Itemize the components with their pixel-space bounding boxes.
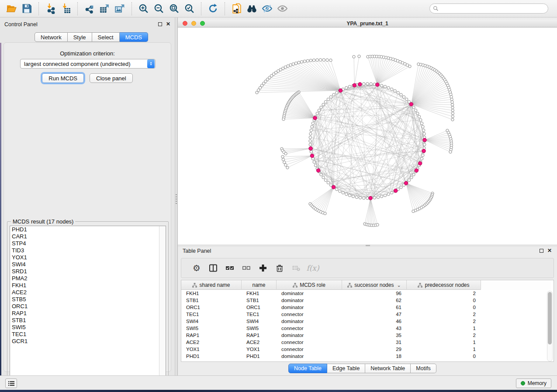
fan-edge[interactable] — [377, 62, 400, 85]
mcds-hub-node[interactable] — [409, 103, 413, 107]
deselect-all-button[interactable] — [238, 261, 255, 275]
table-cell[interactable]: 31 — [342, 339, 407, 346]
network-node[interactable] — [322, 103, 325, 106]
mcds-result-item[interactable]: ORC1 — [10, 303, 166, 310]
fan-edge[interactable] — [406, 183, 423, 207]
network-node[interactable] — [355, 196, 358, 199]
network-node[interactable] — [320, 173, 322, 176]
fan-edge[interactable] — [377, 63, 403, 85]
table-cell[interactable]: SWI5 — [242, 325, 277, 332]
fan-edge[interactable] — [288, 103, 315, 118]
network-node[interactable] — [339, 190, 341, 193]
fan-edge[interactable] — [406, 183, 429, 201]
float-panel-icon[interactable] — [540, 249, 543, 253]
table-cell[interactable]: 18 — [342, 353, 407, 360]
network-node[interactable] — [420, 157, 423, 160]
fan-edge[interactable] — [297, 94, 315, 118]
table-cell[interactable]: dominator — [277, 318, 342, 325]
network-node[interactable] — [327, 181, 329, 184]
mcds-list-scrollbar[interactable] — [159, 226, 166, 380]
network-node[interactable] — [384, 194, 386, 196]
table-cell[interactable]: YOX1 — [242, 346, 277, 353]
network-node[interactable] — [408, 179, 410, 182]
leaf-node[interactable] — [451, 112, 454, 115]
leaf-node[interactable] — [256, 91, 258, 94]
table-cell[interactable]: FKH1 — [181, 290, 242, 297]
mcds-result-item[interactable]: SWI4 — [10, 261, 166, 268]
network-node[interactable] — [387, 86, 390, 89]
network-node[interactable] — [384, 85, 386, 88]
leaf-node[interactable] — [324, 212, 326, 215]
table-cell[interactable]: ORC1 — [181, 304, 242, 311]
leaf-node[interactable] — [282, 158, 284, 161]
table-cell[interactable]: 29 — [342, 346, 407, 353]
table-cell[interactable]: connector — [277, 339, 342, 346]
mcds-result-item[interactable]: TID3 — [10, 247, 166, 254]
table-cell[interactable]: PHD1 — [242, 353, 277, 360]
table-cell[interactable]: 46 — [342, 318, 407, 325]
network-node[interactable] — [422, 129, 425, 131]
network-node[interactable] — [380, 84, 383, 87]
table-cell[interactable]: RAP1 — [242, 332, 277, 339]
fan-edge[interactable] — [406, 183, 426, 205]
network-node[interactable] — [418, 115, 420, 118]
network-node[interactable] — [363, 197, 365, 199]
leaf-node[interactable] — [450, 98, 453, 101]
column-header-shared-name[interactable]: shared name — [181, 280, 242, 290]
column-header-name[interactable]: name — [242, 280, 277, 290]
network-edge[interactable] — [317, 113, 424, 152]
fan-edge[interactable] — [314, 187, 334, 208]
leaf-node[interactable] — [300, 61, 303, 63]
table-cell[interactable]: ORC1 — [242, 304, 277, 311]
control-tab-select[interactable]: Select — [92, 32, 120, 42]
mcds-hub-node[interactable] — [316, 168, 320, 172]
leaf-node[interactable] — [451, 101, 453, 103]
network-window-titlebar[interactable]: YPA_prune.txt_1 — [178, 20, 557, 28]
table-cell[interactable]: STB1 — [181, 297, 242, 304]
leaf-node[interactable] — [312, 59, 315, 62]
zoom-out-button[interactable] — [151, 2, 166, 16]
fan-edge[interactable] — [377, 59, 393, 85]
network-node[interactable] — [348, 85, 351, 88]
fan-edge[interactable] — [406, 183, 432, 195]
leaf-node[interactable] — [284, 152, 287, 155]
table-cell[interactable]: 61 — [342, 304, 407, 311]
table-tab-node-table[interactable]: Node Table — [288, 364, 327, 373]
save-session-button[interactable] — [19, 2, 35, 16]
table-scrollbar[interactable] — [547, 291, 553, 361]
mcds-result-item[interactable]: STB1 — [10, 317, 166, 324]
network-node[interactable] — [380, 195, 383, 198]
network-node[interactable] — [397, 91, 399, 94]
table-cell[interactable]: connector — [277, 325, 342, 332]
network-edge[interactable] — [323, 105, 407, 183]
table-row[interactable]: STB1STB1dominator620 — [181, 297, 547, 304]
search-network-button[interactable] — [244, 2, 259, 16]
table-row[interactable]: FKH1FKH1dominator962 — [181, 290, 547, 297]
fan-edge[interactable] — [321, 187, 334, 212]
export-table-button[interactable] — [97, 2, 112, 16]
network-node[interactable] — [322, 176, 325, 179]
export-network-button[interactable] — [82, 2, 97, 16]
table-cell[interactable]: 2 — [407, 318, 481, 325]
table-cell[interactable]: SWI4 — [242, 318, 277, 325]
leaf-node[interactable] — [309, 59, 312, 62]
network-node[interactable] — [414, 109, 417, 112]
table-cell[interactable]: 96 — [342, 290, 407, 297]
network-node[interactable] — [329, 96, 332, 98]
fan-edge[interactable] — [286, 156, 312, 165]
delete-column-button[interactable] — [271, 261, 288, 275]
table-cell[interactable]: connector — [277, 311, 342, 318]
close-panel-icon[interactable]: ✕ — [547, 248, 552, 253]
network-node[interactable] — [314, 164, 317, 167]
network-node[interactable] — [422, 154, 424, 156]
fan-edge[interactable] — [290, 101, 315, 118]
table-cell[interactable]: 2 — [407, 290, 481, 297]
table-cell[interactable]: PHD1 — [181, 353, 242, 360]
fan-edge[interactable] — [284, 118, 315, 119]
network-node[interactable] — [324, 179, 327, 182]
table-cell[interactable]: dominator — [277, 290, 342, 297]
hide-graphics-details-button[interactable] — [259, 2, 275, 16]
network-node[interactable] — [309, 143, 311, 146]
table-cell[interactable]: SWI5 — [181, 325, 242, 332]
network-node[interactable] — [310, 129, 312, 131]
